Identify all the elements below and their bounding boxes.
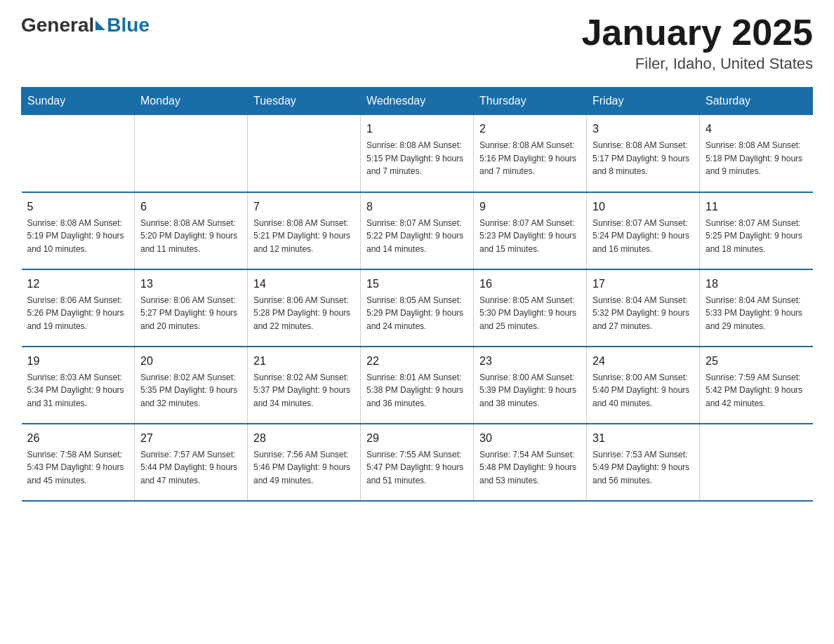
day-number: 7	[253, 199, 355, 215]
day-number: 21	[253, 353, 355, 370]
day-number: 1	[366, 121, 468, 137]
calendar-day-cell: 18Sunrise: 8:04 AM Sunset: 5:33 PM Dayli…	[700, 269, 813, 347]
day-info: Sunrise: 8:00 AM Sunset: 5:40 PM Dayligh…	[593, 371, 694, 410]
day-of-week-header: Tuesday	[248, 88, 361, 115]
day-info: Sunrise: 8:00 AM Sunset: 5:39 PM Dayligh…	[479, 371, 581, 410]
day-info: Sunrise: 8:08 AM Sunset: 5:16 PM Dayligh…	[479, 139, 581, 178]
day-of-week-header: Wednesday	[361, 88, 474, 115]
day-number: 10	[593, 199, 694, 215]
day-info: Sunrise: 8:07 AM Sunset: 5:24 PM Dayligh…	[593, 217, 694, 256]
day-number: 11	[706, 199, 807, 215]
page-header: General Blue January 2025 Filer, Idaho, …	[21, 14, 813, 73]
day-number: 12	[27, 276, 129, 293]
day-number: 22	[366, 353, 468, 370]
day-info: Sunrise: 8:06 AM Sunset: 5:27 PM Dayligh…	[140, 294, 241, 333]
day-number: 5	[27, 199, 129, 215]
day-info: Sunrise: 8:02 AM Sunset: 5:37 PM Dayligh…	[253, 371, 355, 410]
calendar-day-cell: 15Sunrise: 8:05 AM Sunset: 5:29 PM Dayli…	[361, 269, 474, 347]
day-number: 16	[479, 276, 581, 293]
calendar-day-cell: 29Sunrise: 7:55 AM Sunset: 5:47 PM Dayli…	[361, 424, 474, 501]
calendar-day-cell: 1Sunrise: 8:08 AM Sunset: 5:15 PM Daylig…	[361, 115, 474, 192]
calendar-day-cell	[135, 115, 248, 192]
day-number: 9	[479, 199, 581, 215]
day-info: Sunrise: 7:56 AM Sunset: 5:46 PM Dayligh…	[253, 448, 355, 488]
calendar-day-cell: 25Sunrise: 7:59 AM Sunset: 5:42 PM Dayli…	[700, 347, 813, 424]
calendar-week-row: 12Sunrise: 8:06 AM Sunset: 5:26 PM Dayli…	[22, 269, 813, 347]
day-of-week-header: Sunday	[22, 88, 135, 115]
day-info: Sunrise: 7:58 AM Sunset: 5:43 PM Dayligh…	[27, 448, 129, 488]
day-info: Sunrise: 8:08 AM Sunset: 5:18 PM Dayligh…	[706, 139, 807, 178]
day-number: 25	[706, 353, 807, 370]
calendar-day-cell: 21Sunrise: 8:02 AM Sunset: 5:37 PM Dayli…	[248, 347, 361, 424]
calendar-day-cell: 3Sunrise: 8:08 AM Sunset: 5:17 PM Daylig…	[587, 115, 700, 192]
calendar-day-cell: 24Sunrise: 8:00 AM Sunset: 5:40 PM Dayli…	[587, 347, 700, 424]
title-block: January 2025 Filer, Idaho, United States	[581, 14, 813, 73]
calendar-day-cell: 17Sunrise: 8:04 AM Sunset: 5:32 PM Dayli…	[587, 269, 700, 347]
calendar-day-cell: 16Sunrise: 8:05 AM Sunset: 5:30 PM Dayli…	[474, 269, 587, 347]
day-info: Sunrise: 8:07 AM Sunset: 5:25 PM Dayligh…	[706, 217, 807, 256]
day-info: Sunrise: 7:54 AM Sunset: 5:48 PM Dayligh…	[479, 448, 581, 488]
day-info: Sunrise: 8:08 AM Sunset: 5:20 PM Dayligh…	[140, 217, 241, 256]
day-info: Sunrise: 7:53 AM Sunset: 5:49 PM Dayligh…	[593, 448, 694, 488]
calendar-day-cell: 4Sunrise: 8:08 AM Sunset: 5:18 PM Daylig…	[700, 115, 813, 192]
day-number: 19	[27, 353, 129, 370]
calendar-week-row: 1Sunrise: 8:08 AM Sunset: 5:15 PM Daylig…	[22, 115, 813, 192]
day-of-week-header: Thursday	[474, 88, 587, 115]
day-number: 30	[479, 430, 581, 447]
day-info: Sunrise: 8:08 AM Sunset: 5:19 PM Dayligh…	[27, 217, 129, 256]
day-info: Sunrise: 8:08 AM Sunset: 5:17 PM Dayligh…	[593, 139, 694, 178]
logo: General Blue	[21, 14, 150, 36]
calendar-day-cell: 13Sunrise: 8:06 AM Sunset: 5:27 PM Dayli…	[135, 269, 248, 347]
day-info: Sunrise: 8:07 AM Sunset: 5:23 PM Dayligh…	[479, 217, 581, 256]
calendar-day-cell: 5Sunrise: 8:08 AM Sunset: 5:19 PM Daylig…	[22, 192, 135, 269]
calendar-day-cell: 19Sunrise: 8:03 AM Sunset: 5:34 PM Dayli…	[22, 347, 135, 424]
calendar-day-cell: 31Sunrise: 7:53 AM Sunset: 5:49 PM Dayli…	[587, 424, 700, 501]
day-number: 3	[593, 121, 694, 137]
calendar-day-cell: 6Sunrise: 8:08 AM Sunset: 5:20 PM Daylig…	[135, 192, 248, 269]
day-info: Sunrise: 8:08 AM Sunset: 5:21 PM Dayligh…	[253, 217, 355, 256]
calendar-day-cell: 22Sunrise: 8:01 AM Sunset: 5:38 PM Dayli…	[361, 347, 474, 424]
day-info: Sunrise: 8:06 AM Sunset: 5:28 PM Dayligh…	[253, 294, 355, 333]
day-info: Sunrise: 8:05 AM Sunset: 5:30 PM Dayligh…	[479, 294, 581, 333]
day-info: Sunrise: 7:59 AM Sunset: 5:42 PM Dayligh…	[706, 371, 807, 410]
day-number: 17	[593, 276, 694, 293]
calendar-day-cell	[22, 115, 135, 192]
day-info: Sunrise: 8:01 AM Sunset: 5:38 PM Dayligh…	[366, 371, 468, 410]
calendar-day-cell: 12Sunrise: 8:06 AM Sunset: 5:26 PM Dayli…	[22, 269, 135, 347]
day-number: 29	[366, 430, 468, 447]
calendar-day-cell: 9Sunrise: 8:07 AM Sunset: 5:23 PM Daylig…	[474, 192, 587, 269]
calendar-week-row: 5Sunrise: 8:08 AM Sunset: 5:19 PM Daylig…	[22, 192, 813, 269]
calendar-day-cell	[700, 424, 813, 501]
day-of-week-header: Friday	[587, 88, 700, 115]
day-info: Sunrise: 8:05 AM Sunset: 5:29 PM Dayligh…	[366, 294, 468, 333]
day-info: Sunrise: 8:08 AM Sunset: 5:15 PM Dayligh…	[366, 139, 468, 178]
day-number: 18	[706, 276, 807, 293]
day-number: 23	[479, 353, 581, 370]
calendar-day-cell: 20Sunrise: 8:02 AM Sunset: 5:35 PM Dayli…	[135, 347, 248, 424]
day-info: Sunrise: 8:03 AM Sunset: 5:34 PM Dayligh…	[27, 371, 129, 410]
calendar-day-cell: 11Sunrise: 8:07 AM Sunset: 5:25 PM Dayli…	[700, 192, 813, 269]
day-number: 14	[253, 276, 355, 293]
calendar-day-cell	[248, 115, 361, 192]
day-number: 15	[366, 276, 468, 293]
day-info: Sunrise: 8:02 AM Sunset: 5:35 PM Dayligh…	[140, 371, 241, 410]
day-info: Sunrise: 7:57 AM Sunset: 5:44 PM Dayligh…	[140, 448, 241, 488]
logo-arrow-icon	[95, 20, 105, 30]
logo-blue-text: Blue	[107, 14, 150, 36]
day-of-week-header: Monday	[135, 88, 248, 115]
day-info: Sunrise: 8:04 AM Sunset: 5:32 PM Dayligh…	[593, 294, 694, 333]
day-info: Sunrise: 8:07 AM Sunset: 5:22 PM Dayligh…	[366, 217, 468, 256]
day-number: 31	[593, 430, 694, 447]
calendar-day-cell: 14Sunrise: 8:06 AM Sunset: 5:28 PM Dayli…	[248, 269, 361, 347]
day-number: 28	[253, 430, 355, 447]
day-number: 13	[140, 276, 241, 293]
day-number: 20	[140, 353, 241, 370]
calendar-header-row: SundayMondayTuesdayWednesdayThursdayFrid…	[22, 88, 813, 115]
day-number: 27	[140, 430, 241, 447]
calendar-week-row: 19Sunrise: 8:03 AM Sunset: 5:34 PM Dayli…	[22, 347, 813, 424]
day-of-week-header: Saturday	[700, 88, 813, 115]
calendar-week-row: 26Sunrise: 7:58 AM Sunset: 5:43 PM Dayli…	[22, 424, 813, 501]
day-number: 24	[593, 353, 694, 370]
calendar-table: SundayMondayTuesdayWednesdayThursdayFrid…	[21, 87, 813, 502]
location-text: Filer, Idaho, United States	[581, 55, 813, 73]
